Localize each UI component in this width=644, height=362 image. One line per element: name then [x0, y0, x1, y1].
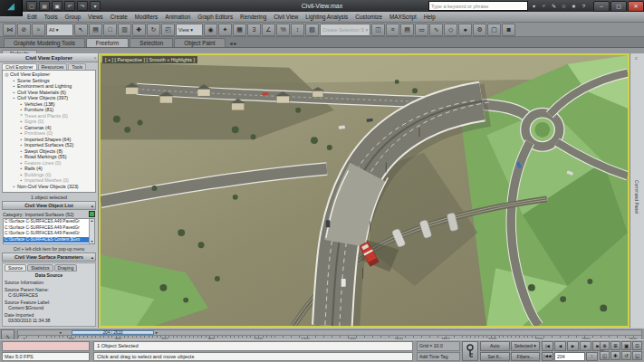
zoom-extents-icon[interactable]: ▣ [621, 341, 631, 350]
communication-center-icon[interactable]: ☆ [560, 2, 568, 10]
explorer-tab[interactable]: Civil Explorer [2, 63, 37, 70]
time-slider-prev-icon[interactable]: ◂ [59, 330, 61, 335]
search-scope-dropdown-icon[interactable]: ▾ [530, 2, 538, 10]
go-to-start-button[interactable]: |◀ [542, 341, 553, 351]
snaps-toggle-icon[interactable]: 3 [247, 24, 261, 36]
menubar-item[interactable]: Edit [24, 14, 41, 20]
undo-icon[interactable]: ↶ [64, 1, 75, 11]
object-list-rollout-header[interactable]: Civil View Object List ▴ [2, 201, 96, 210]
explorer-tab[interactable]: Resources [38, 63, 68, 70]
next-frame-button[interactable]: ▶ [580, 341, 591, 351]
favorites-icon[interactable]: ★ [570, 2, 578, 10]
save-file-icon[interactable]: ▣ [52, 1, 62, 11]
mirror-icon[interactable]: ◫ [371, 24, 385, 36]
new-file-icon[interactable]: ▢ [26, 1, 37, 11]
minimize-button[interactable]: – [593, 1, 610, 12]
time-slider-handle[interactable]: 204 / 2610 [72, 330, 154, 335]
material-editor-icon[interactable]: ● [458, 24, 472, 36]
rollout-collapse-icon[interactable]: ▴ [91, 204, 93, 208]
menubar-item[interactable]: Group [62, 14, 85, 20]
maxscript-mini-listener-input[interactable] [2, 341, 90, 351]
pan-icon[interactable]: ✚ [610, 351, 620, 360]
menubar-item[interactable]: Create [107, 14, 131, 20]
add-time-tag-button[interactable]: Add Time Tag [417, 352, 460, 362]
panel-pin-icon[interactable]: ▫ [94, 55, 96, 61]
application-menu-button[interactable]: ◢ [0, 0, 23, 16]
graphite-ribbon-toggle-icon[interactable]: ▭ [415, 24, 428, 36]
scroll-down-icon[interactable]: ▼ [91, 240, 93, 243]
menubar-item[interactable]: Lighting Analysis [302, 14, 351, 20]
zoom-icon[interactable]: ⊕ [600, 341, 610, 350]
redo-icon[interactable]: ↷ [77, 1, 88, 11]
infocenter-search-input[interactable]: Type a keyword or phrase [428, 1, 528, 11]
select-object-icon[interactable]: ↖ [74, 24, 88, 36]
unlink-selection-icon[interactable]: ⊘ [17, 24, 31, 36]
maxscript-mini-listener-output[interactable]: Max 5.0 FPS [2, 352, 90, 362]
ribbon-tab[interactable]: Selection [130, 38, 173, 47]
surface-parameters-tab[interactable]: Draping [54, 264, 78, 272]
current-frame-field[interactable]: 204 [554, 352, 585, 362]
close-button[interactable]: ✕ [628, 1, 644, 12]
quick-access-dropdown-icon[interactable]: ▾ [90, 1, 101, 11]
surface-parameters-rollout-header[interactable]: Civil View Surface Parameters ▴ [2, 252, 96, 262]
selection-filter-dropdown[interactable]: All ▾ [46, 24, 73, 36]
menubar-item[interactable]: Animation [161, 14, 194, 20]
select-and-rotate-icon[interactable]: ↻ [147, 24, 160, 36]
set-keys-button[interactable] [462, 341, 478, 361]
object-list-scrollbar[interactable]: ▲ ▼ [89, 219, 94, 243]
menubar-item[interactable]: Graph Editors [194, 14, 236, 20]
menubar-item[interactable]: Views [84, 14, 107, 20]
ribbon-overflow-icon[interactable]: ◂ ▸ [230, 40, 237, 47]
align-icon[interactable]: ≡ [386, 24, 399, 36]
spinner-snap-toggle-icon[interactable]: ↕ [291, 24, 304, 36]
angle-snap-toggle-icon[interactable]: ∠ [262, 24, 275, 36]
select-and-manipulate-icon[interactable]: ✦ [218, 24, 232, 36]
panel-title[interactable]: Civil View Explorer ▫ [0, 53, 98, 62]
frame-spinner[interactable]: ↕ [586, 352, 598, 362]
object-list-item[interactable]: C:\Surface C-SURFACES A49 PavedGr [4, 219, 89, 225]
key-filters-button[interactable]: Filters... [511, 352, 541, 362]
surface-parameters-tab[interactable]: Statistics [27, 264, 53, 272]
edit-named-selection-sets-icon[interactable]: ▧ [305, 24, 319, 36]
perspective-viewport[interactable]: [ + ] [ Perspective ] [ Smooth + Highlig… [99, 53, 630, 328]
open-file-icon[interactable]: ▤ [39, 1, 50, 11]
previous-frame-button[interactable]: ◀ [554, 341, 566, 351]
search-go-icon[interactable]: ⌕ [540, 2, 548, 10]
select-and-move-icon[interactable]: ✚ [132, 24, 146, 36]
play-button[interactable]: ▶ [567, 341, 579, 351]
restore-button[interactable]: ▢ [610, 1, 627, 12]
surface-parameters-tab[interactable]: Source [5, 264, 26, 272]
category-color-swatch[interactable] [89, 211, 95, 217]
select-and-scale-icon[interactable]: ◰ [161, 24, 175, 36]
named-selection-sets-dropdown[interactable]: Create Selection S ▾ [320, 24, 370, 36]
zoom-region-icon[interactable]: ◰ [600, 351, 610, 360]
render-production-icon[interactable]: ◙ [502, 24, 515, 36]
select-by-name-icon[interactable]: ▤ [89, 24, 102, 36]
menubar-item[interactable]: Tools [41, 14, 62, 20]
render-setup-icon[interactable]: ⚙ [473, 24, 486, 36]
scroll-up-icon[interactable]: ▲ [91, 219, 93, 223]
set-key-button[interactable]: Set K.. [480, 352, 510, 362]
bind-to-space-warp-icon[interactable]: ≈ [32, 24, 45, 36]
ribbon-tab[interactable]: Freeform [86, 38, 130, 47]
menubar-item[interactable]: Civil View [270, 14, 302, 20]
maximize-viewport-toggle-icon[interactable]: ◱ [632, 351, 642, 360]
zoom-extents-all-icon[interactable]: ⊡ [632, 341, 642, 350]
object-list-item[interactable]: C:\Surface C-SURFACES Content $Gro [4, 237, 89, 243]
menubar-item[interactable]: Rendering [236, 14, 270, 20]
object-list-item[interactable]: C:\Surface C-SURFACES A49 PavedGr [4, 231, 89, 237]
subscription-center-icon[interactable]: ✎ [550, 2, 558, 10]
menubar-item[interactable]: MAXScript [386, 14, 420, 20]
rendered-frame-window-icon[interactable]: ▢ [487, 24, 501, 36]
rollout-collapse-icon[interactable]: ▴ [91, 255, 93, 260]
select-and-link-icon[interactable]: ⋈ [3, 24, 16, 36]
ribbon-tab[interactable]: Graphite Modeling Tools [4, 38, 85, 47]
zoom-all-icon[interactable]: ⊞ [610, 341, 620, 350]
ribbon-tab[interactable]: Object Paint [174, 38, 225, 47]
menubar-item[interactable]: Customize [351, 14, 386, 20]
explorer-tab[interactable]: Tools [68, 63, 86, 70]
schematic-view-icon[interactable]: ◇ [444, 24, 457, 36]
window-crossing-toggle-icon[interactable]: ▥ [118, 24, 131, 36]
keyboard-shortcut-override-icon[interactable]: ▦ [233, 24, 246, 36]
time-slider-next-icon[interactable]: ▸ [156, 330, 158, 335]
